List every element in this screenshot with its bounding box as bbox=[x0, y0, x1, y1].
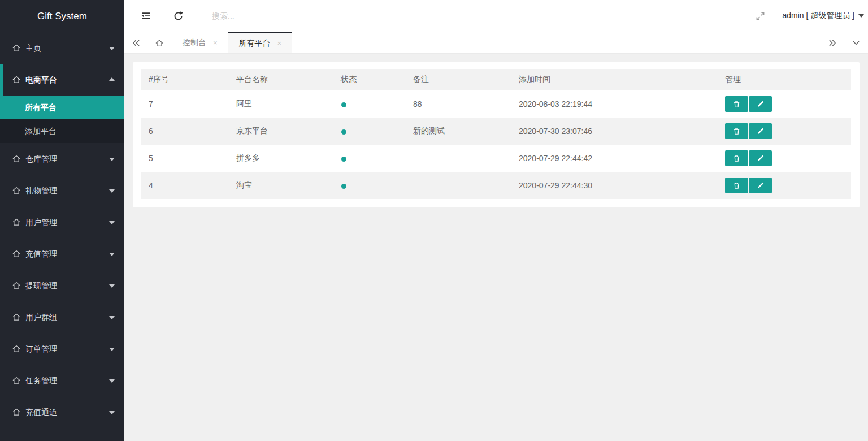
trash-icon bbox=[732, 127, 741, 136]
topbar: admin [ 超级管理员 ] bbox=[124, 0, 868, 32]
search-input[interactable] bbox=[212, 11, 449, 20]
trash-icon bbox=[732, 154, 741, 163]
sidebar-item-recharge-mgmt[interactable]: 充值管理 bbox=[0, 238, 124, 270]
cell-manage bbox=[718, 172, 851, 199]
chevron-down-icon bbox=[852, 39, 860, 46]
tabs-scroll-left-button[interactable] bbox=[124, 32, 147, 53]
sidebar-item-home[interactable]: 主页 bbox=[0, 32, 124, 64]
topbar-right: admin [ 超级管理员 ] bbox=[753, 9, 868, 23]
user-menu[interactable]: admin [ 超级管理员 ] bbox=[782, 11, 868, 21]
tabbar-right bbox=[821, 32, 868, 53]
tabbar: 控制台 × 所有平台 × bbox=[124, 32, 868, 54]
cell-status bbox=[333, 90, 406, 118]
status-dot bbox=[341, 102, 346, 107]
delete-button[interactable] bbox=[725, 150, 748, 166]
chevron-down-icon bbox=[109, 158, 115, 161]
table-row: 7 阿里 88 2020-08-03 22:19:44 bbox=[141, 90, 851, 118]
pencil-icon bbox=[757, 100, 765, 108]
table-row: 4 淘宝 2020-07-29 22:44:30 bbox=[141, 172, 851, 199]
cell-platform-name: 京东平台 bbox=[229, 118, 333, 145]
sidebar-item-user-groups[interactable]: 用户群组 bbox=[0, 301, 124, 333]
platforms-table: #序号 平台名称 状态 备注 添加时间 管理 7 阿里 88 2020-08- bbox=[141, 69, 851, 199]
sidebar-subitem-add-platform[interactable]: 添加平台 bbox=[0, 119, 124, 143]
col-header-remark: 备注 bbox=[406, 69, 511, 90]
sidebar-item-recharge-channel[interactable]: 充值通道 bbox=[0, 396, 124, 428]
col-header-added-time: 添加时间 bbox=[511, 69, 718, 90]
sidebar-item-gift-mgmt[interactable]: 礼物管理 bbox=[0, 175, 124, 206]
cell-added-time: 2020-07-29 22:44:30 bbox=[511, 172, 718, 199]
home-icon bbox=[12, 155, 21, 163]
tab-console[interactable]: 控制台 × bbox=[172, 32, 228, 53]
edit-button[interactable] bbox=[749, 150, 772, 166]
cell-added-time: 2020-07-30 23:07:46 bbox=[511, 118, 718, 145]
sidebar-item-ecommerce-platform[interactable]: 电商平台 bbox=[0, 64, 124, 96]
tabs-scroll-right-button[interactable] bbox=[821, 32, 844, 53]
home-icon bbox=[12, 345, 21, 353]
pencil-icon bbox=[757, 154, 765, 162]
delete-button[interactable] bbox=[725, 178, 748, 193]
edit-button[interactable] bbox=[749, 178, 772, 193]
home-icon bbox=[12, 250, 21, 258]
sidebar-subitem-all-platforms[interactable]: 所有平台 bbox=[0, 96, 124, 119]
sidebar-item-user-mgmt[interactable]: 用户管理 bbox=[0, 206, 124, 238]
cell-seq: 5 bbox=[141, 145, 229, 172]
sidebar-item-label: 充值管理 bbox=[25, 249, 57, 258]
main-area: admin [ 超级管理员 ] 控制台 × 所有平台 × bbox=[124, 0, 868, 441]
sidebar-item-task-mgmt[interactable]: 任务管理 bbox=[0, 365, 124, 396]
chevron-up-icon bbox=[109, 77, 115, 81]
tab-home[interactable] bbox=[147, 32, 172, 53]
cell-remark bbox=[406, 172, 511, 199]
cell-added-time: 2020-08-03 22:19:44 bbox=[511, 90, 718, 118]
edit-button[interactable] bbox=[749, 123, 772, 139]
chevron-down-icon bbox=[109, 411, 115, 414]
pencil-icon bbox=[757, 181, 765, 189]
tab-all-platforms[interactable]: 所有平台 × bbox=[228, 32, 293, 53]
sidebar-item-withdraw-mgmt[interactable]: 提现管理 bbox=[0, 270, 124, 301]
close-icon[interactable]: × bbox=[277, 40, 282, 47]
table-row: 5 拼多多 2020-07-29 22:44:42 bbox=[141, 145, 851, 172]
chevron-down-icon bbox=[109, 316, 115, 319]
cell-manage bbox=[718, 145, 851, 172]
chevron-down-icon bbox=[109, 189, 115, 193]
content-area: #序号 平台名称 状态 备注 添加时间 管理 7 阿里 88 2020-08- bbox=[124, 54, 868, 441]
trash-icon bbox=[732, 100, 741, 109]
chevron-down-icon bbox=[109, 284, 115, 288]
cell-manage bbox=[718, 118, 851, 145]
delete-button[interactable] bbox=[725, 123, 748, 139]
home-icon bbox=[12, 408, 21, 417]
sidebar-item-label: 仓库管理 bbox=[25, 154, 57, 163]
edit-button[interactable] bbox=[749, 96, 772, 112]
sidebar-item-warehouse-mgmt[interactable]: 仓库管理 bbox=[0, 143, 124, 175]
tab-label: 控制台 bbox=[183, 38, 206, 48]
fullscreen-button[interactable] bbox=[753, 9, 767, 23]
home-icon bbox=[154, 38, 164, 47]
cell-seq: 6 bbox=[141, 118, 229, 145]
sidebar-item-label: 主页 bbox=[25, 44, 41, 53]
pencil-icon bbox=[757, 127, 765, 135]
sidebar-item-label: 礼物管理 bbox=[25, 186, 57, 195]
cell-remark: 88 bbox=[406, 90, 511, 118]
refresh-button[interactable] bbox=[171, 9, 185, 23]
cell-platform-name: 阿里 bbox=[229, 90, 333, 118]
col-header-seq: #序号 bbox=[141, 69, 229, 90]
cell-status bbox=[333, 145, 406, 172]
chevron-down-icon bbox=[109, 379, 115, 383]
fullscreen-icon bbox=[756, 11, 765, 21]
cell-seq: 7 bbox=[141, 90, 229, 118]
sidebar-collapse-button[interactable] bbox=[139, 9, 153, 23]
sidebar-item-label: 任务管理 bbox=[25, 376, 57, 385]
sidebar: Gift System 主页 电商平台 所有平台 添加平台 仓库管理 礼物 bbox=[0, 0, 124, 441]
sidebar-item-label: 提现管理 bbox=[25, 281, 57, 290]
close-icon[interactable]: × bbox=[213, 39, 218, 46]
sidebar-submenu: 所有平台 添加平台 bbox=[0, 96, 124, 143]
tabs-menu-button[interactable] bbox=[844, 32, 868, 53]
sidebar-item-label: 电商平台 bbox=[25, 75, 57, 84]
home-icon bbox=[12, 218, 21, 227]
sidebar-item-label: 充值通道 bbox=[25, 408, 57, 417]
sidebar-subitem-label: 所有平台 bbox=[25, 103, 57, 112]
sidebar-item-label: 用户群组 bbox=[25, 313, 57, 322]
user-label: admin [ 超级管理员 ] bbox=[782, 11, 854, 21]
sidebar-item-order-mgmt[interactable]: 订单管理 bbox=[0, 333, 124, 365]
home-icon bbox=[12, 282, 21, 290]
delete-button[interactable] bbox=[725, 96, 748, 112]
